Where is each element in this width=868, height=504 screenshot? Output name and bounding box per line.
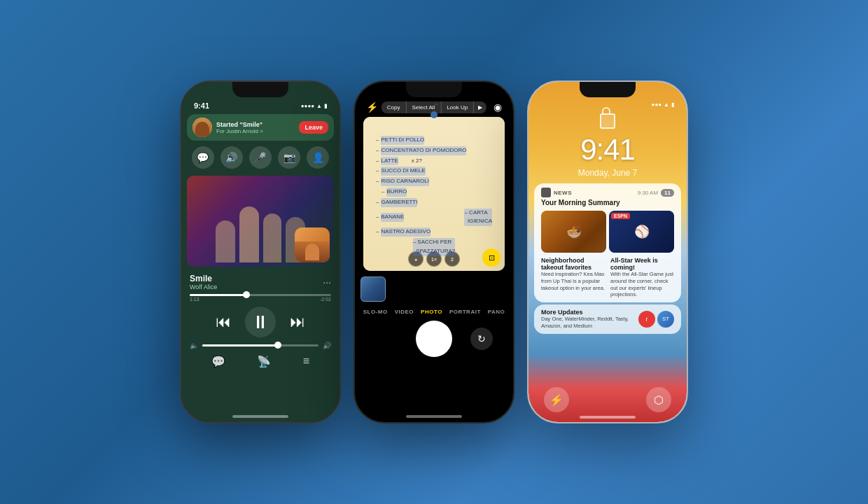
note-line-4: – SUCCO DI MELE (376, 166, 492, 176)
lock-unlock-area (528, 111, 687, 132)
article-2-text: With the All-Star Game just around the c… (610, 271, 674, 298)
notif-source: NEWS (541, 188, 572, 197)
facetime-info: Started "Smile" For Justin Arnold > (216, 121, 295, 134)
notif-header: NEWS 9:30 AM 11 (534, 183, 681, 199)
copy-button[interactable]: Copy (382, 102, 407, 113)
toolbar-more-arrow[interactable]: ▶ (474, 102, 486, 113)
live-text-icon-symbol: ⊡ (489, 253, 495, 262)
notch (580, 82, 636, 97)
flip-camera-button[interactable]: ↻ (470, 328, 493, 350)
playback-controls: ⏮ ⏸ ⏭ (181, 304, 340, 340)
mic-button[interactable]: 🎤 (249, 146, 272, 169)
progress-thumb (243, 291, 250, 298)
notif-images: 🍜 ESPN ⚾ (534, 209, 681, 257)
news-badge: ESPN (611, 213, 630, 219)
news-sport-image: ESPN ⚾ (609, 211, 674, 253)
phone-2-camera: ⚡ ⌃ ◉ Copy Select All Look Up ▶ (354, 80, 514, 424)
note-line-2: – CONCENTRATO DI POMODORO (376, 146, 492, 156)
time-elapsed: 1:13 (190, 297, 200, 302)
reddit-icon-symbol: r (646, 316, 648, 323)
mode-portrait[interactable]: PORTRAIT (449, 309, 481, 315)
lock-battery-icon: ▮ (671, 102, 674, 108)
camera-icon: ⬡ (654, 393, 664, 407)
wifi-icon: ▲ (316, 103, 322, 109)
look-up-button[interactable]: Look Up (441, 102, 474, 113)
camera-bottom: SLO-MO VIDEO PHOTO PORTRAIT PANO ↻ (355, 272, 513, 361)
message-button[interactable]: 💬 (192, 146, 214, 169)
queue-button[interactable]: ≡ (303, 355, 309, 368)
lock-icon (600, 113, 615, 129)
power-button[interactable] (687, 138, 688, 173)
phone3-screen: ●●● ▲ ▮ 9:41 Monday, June 7 (528, 82, 687, 422)
forward-button[interactable]: ⏭ (290, 313, 305, 331)
settings-icon[interactable]: ◉ (493, 102, 502, 113)
notif-source-name: NEWS (554, 190, 572, 196)
lock-signal-icon: ●●● (652, 102, 662, 108)
mode-photo-active[interactable]: PHOTO (421, 309, 442, 315)
dash: – (376, 177, 379, 186)
notif-content-columns: Neighborhood takeout favorites Need insp… (534, 257, 681, 302)
volume-track[interactable] (202, 344, 318, 346)
note-line-8-row: – BANANE – CARTA IGIENICA (376, 208, 492, 227)
volume-high-icon: 🔊 (323, 342, 331, 349)
video-button[interactable]: 📷 (278, 146, 300, 169)
note-item-10: – SACCHI PER SPAZZATURA? (413, 238, 456, 256)
time-remaining: -2:02 (320, 297, 331, 302)
note-item-8b: – CARTA IGIENICA (464, 209, 492, 227)
app-icon-2: ST (657, 311, 674, 328)
live-text-scan-icon[interactable]: ⊡ (482, 248, 500, 267)
note-content: – PETTI DI POLLO – CONCENTRATO DI POMODO… (373, 132, 495, 260)
speaker-button[interactable]: 🔊 (220, 146, 243, 169)
facetime-subtitle: For Justin Arnold > (216, 128, 295, 134)
progress-bar-container: 1:13 -2:02 (181, 292, 340, 304)
camera-mode-selector: SLO-MO VIDEO PHOTO PORTRAIT PANO (355, 306, 513, 318)
mode-video[interactable]: VIDEO (395, 309, 414, 315)
note-item-8: BANANE (381, 213, 404, 222)
note-annotation-x2: x 2? (412, 157, 422, 166)
photo-thumbnail[interactable] (360, 276, 386, 302)
note-line-8: – BANANE (376, 208, 404, 227)
power-button[interactable] (340, 138, 341, 173)
note-line-6: – BURRO (376, 187, 492, 197)
flash-icon[interactable]: ⚡ (366, 102, 378, 113)
mode-pano[interactable]: PANO (488, 309, 505, 315)
person-button[interactable]: 👤 (307, 146, 329, 169)
note-item-1: PETTI DI POLLO (381, 136, 424, 145)
dash: – (376, 198, 379, 207)
lock-date: Monday, June 7 (528, 168, 687, 178)
note-line-5: – RISO CARNAROLI (376, 176, 492, 187)
airplay-button[interactable]: 📡 (257, 355, 271, 368)
note-pin (430, 111, 438, 118)
live-text-icon[interactable]: ⊡ (482, 248, 500, 267)
music-artwork (187, 176, 334, 267)
more-updates-left: More Updates Day One, WaterMinder, Reddi… (541, 309, 633, 330)
camera-strip (355, 272, 513, 306)
lock-wifi-icon: ▲ (664, 102, 669, 108)
dash: – (376, 146, 379, 155)
song-artist: Wolf Alice (190, 284, 217, 290)
bottom-controls: 💬 📡 ≡ (181, 351, 340, 372)
phone-3-lock-screen: ●●● ▲ ▮ 9:41 Monday, June 7 (527, 80, 688, 424)
notif-badge: 11 (661, 189, 674, 197)
camera-quick-button[interactable]: ⬡ (646, 387, 671, 412)
mode-slo-mo[interactable]: SLO-MO (363, 309, 388, 315)
home-indicator (232, 415, 288, 418)
notif-time: 9:30 AM (638, 190, 658, 196)
dash-indent: – (382, 188, 384, 197)
facetime-thumbnail (295, 227, 330, 262)
more-options-button[interactable]: ··· (323, 276, 331, 288)
dash: – (376, 167, 379, 176)
pause-button[interactable]: ⏸ (245, 307, 276, 337)
power-button[interactable] (513, 138, 514, 173)
more-updates-text: Day One, WaterMinder, Reddit, Tasty, Ama… (541, 316, 633, 330)
rewind-button[interactable]: ⏮ (216, 313, 231, 331)
status-time: 9:41 (194, 102, 209, 110)
more-updates-title: More Updates (541, 309, 633, 316)
progress-track[interactable] (190, 294, 331, 296)
leave-button[interactable]: Leave (299, 121, 328, 134)
flashlight-button[interactable]: ⚡ (544, 387, 569, 412)
lyrics-button[interactable]: 💬 (211, 355, 225, 368)
shutter-row: ↻ (355, 318, 513, 361)
shutter-button[interactable] (416, 321, 452, 357)
dash: – (376, 213, 379, 222)
